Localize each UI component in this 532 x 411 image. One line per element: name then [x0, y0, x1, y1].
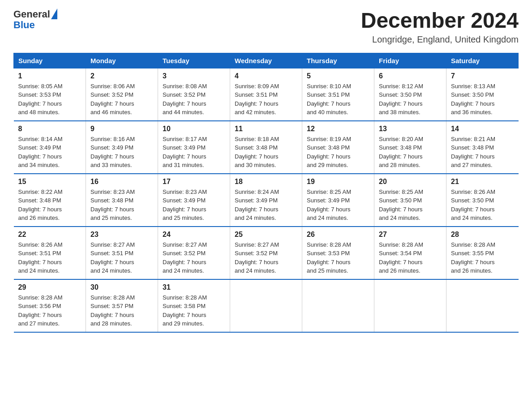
- day-number: 8: [18, 125, 82, 133]
- weekday-header-row: SundayMondayTuesdayWednesdayThursdayFrid…: [14, 53, 519, 68]
- calendar-cell: [374, 279, 446, 332]
- day-info: Sunrise: 8:18 AMSunset: 3:48 PMDaylight:…: [235, 135, 297, 170]
- calendar-cell: 26Sunrise: 8:28 AMSunset: 3:53 PMDayligh…: [302, 227, 374, 279]
- day-info: Sunrise: 8:26 AMSunset: 3:50 PMDaylight:…: [451, 188, 514, 223]
- calendar-week-row: 8Sunrise: 8:14 AMSunset: 3:49 PMDaylight…: [14, 121, 519, 174]
- day-number: 17: [163, 178, 225, 186]
- day-info: Sunrise: 8:26 AMSunset: 3:51 PMDaylight:…: [18, 240, 82, 275]
- calendar-cell: 3Sunrise: 8:08 AMSunset: 3:52 PMDaylight…: [158, 68, 230, 121]
- calendar-week-row: 29Sunrise: 8:28 AMSunset: 3:56 PMDayligh…: [14, 279, 519, 332]
- day-info: Sunrise: 8:27 AMSunset: 3:52 PMDaylight:…: [235, 240, 297, 275]
- calendar-cell: 14Sunrise: 8:21 AMSunset: 3:48 PMDayligh…: [446, 121, 519, 174]
- day-info: Sunrise: 8:28 AMSunset: 3:53 PMDaylight:…: [307, 240, 369, 275]
- calendar-cell: 20Sunrise: 8:25 AMSunset: 3:50 PMDayligh…: [374, 174, 446, 227]
- weekday-header-wednesday: Wednesday: [230, 53, 302, 68]
- day-number: 14: [451, 125, 514, 133]
- day-info: Sunrise: 8:12 AMSunset: 3:50 PMDaylight:…: [379, 82, 442, 117]
- day-number: 27: [379, 231, 442, 239]
- calendar-cell: 30Sunrise: 8:28 AMSunset: 3:57 PMDayligh…: [86, 279, 158, 332]
- day-info: Sunrise: 8:28 AMSunset: 3:55 PMDaylight:…: [451, 240, 514, 275]
- calendar-cell: 19Sunrise: 8:25 AMSunset: 3:49 PMDayligh…: [302, 174, 374, 227]
- day-number: 29: [18, 283, 82, 291]
- calendar-cell: 8Sunrise: 8:14 AMSunset: 3:49 PMDaylight…: [14, 121, 86, 174]
- day-number: 12: [307, 125, 369, 133]
- weekday-header-tuesday: Tuesday: [158, 53, 230, 68]
- day-info: Sunrise: 8:25 AMSunset: 3:50 PMDaylight:…: [379, 188, 442, 223]
- calendar-cell: 22Sunrise: 8:26 AMSunset: 3:51 PMDayligh…: [14, 227, 86, 279]
- calendar-cell: 17Sunrise: 8:23 AMSunset: 3:49 PMDayligh…: [158, 174, 230, 227]
- weekday-header-thursday: Thursday: [302, 53, 374, 68]
- day-info: Sunrise: 8:13 AMSunset: 3:50 PMDaylight:…: [451, 82, 514, 117]
- day-info: Sunrise: 8:08 AMSunset: 3:52 PMDaylight:…: [163, 82, 225, 117]
- day-number: 30: [90, 283, 153, 291]
- calendar-week-row: 22Sunrise: 8:26 AMSunset: 3:51 PMDayligh…: [14, 227, 519, 279]
- day-info: Sunrise: 8:23 AMSunset: 3:49 PMDaylight:…: [163, 188, 225, 223]
- day-info: Sunrise: 8:16 AMSunset: 3:49 PMDaylight:…: [90, 135, 153, 170]
- calendar-cell: 31Sunrise: 8:28 AMSunset: 3:58 PMDayligh…: [158, 279, 230, 332]
- day-number: 25: [235, 231, 297, 239]
- day-number: 2: [90, 72, 153, 80]
- day-info: Sunrise: 8:23 AMSunset: 3:48 PMDaylight:…: [90, 188, 153, 223]
- day-number: 23: [90, 231, 153, 239]
- day-info: Sunrise: 8:27 AMSunset: 3:51 PMDaylight:…: [90, 240, 153, 275]
- day-info: Sunrise: 8:25 AMSunset: 3:49 PMDaylight:…: [307, 188, 369, 223]
- day-number: 11: [235, 125, 297, 133]
- day-info: Sunrise: 8:17 AMSunset: 3:49 PMDaylight:…: [163, 135, 225, 170]
- logo-text-block: General Blue: [13, 9, 57, 30]
- day-number: 16: [90, 178, 153, 186]
- day-number: 20: [379, 178, 442, 186]
- calendar-cell: 7Sunrise: 8:13 AMSunset: 3:50 PMDaylight…: [446, 68, 519, 121]
- weekday-header-sunday: Sunday: [14, 53, 86, 68]
- weekday-header-monday: Monday: [86, 53, 158, 68]
- calendar-cell: 10Sunrise: 8:17 AMSunset: 3:49 PMDayligh…: [158, 121, 230, 174]
- calendar-cell: 1Sunrise: 8:05 AMSunset: 3:53 PMDaylight…: [14, 68, 86, 121]
- weekday-header-friday: Friday: [374, 53, 446, 68]
- logo-general-text: General: [13, 9, 50, 20]
- calendar-cell: 6Sunrise: 8:12 AMSunset: 3:50 PMDaylight…: [374, 68, 446, 121]
- calendar-cell: 5Sunrise: 8:10 AMSunset: 3:51 PMDaylight…: [302, 68, 374, 121]
- day-number: 10: [163, 125, 225, 133]
- day-info: Sunrise: 8:09 AMSunset: 3:51 PMDaylight:…: [235, 82, 297, 117]
- day-info: Sunrise: 8:05 AMSunset: 3:53 PMDaylight:…: [18, 82, 82, 117]
- day-info: Sunrise: 8:21 AMSunset: 3:48 PMDaylight:…: [451, 135, 514, 170]
- day-number: 26: [307, 231, 369, 239]
- day-number: 15: [18, 178, 82, 186]
- calendar-cell: 28Sunrise: 8:28 AMSunset: 3:55 PMDayligh…: [446, 227, 519, 279]
- calendar-cell: 18Sunrise: 8:24 AMSunset: 3:49 PMDayligh…: [230, 174, 302, 227]
- calendar-subtitle: Longridge, England, United Kingdom: [361, 34, 519, 45]
- day-number: 13: [379, 125, 442, 133]
- day-number: 4: [235, 72, 297, 80]
- calendar-title: December 2024: [361, 9, 519, 33]
- logo-blue-text: Blue: [13, 20, 57, 30]
- calendar-cell: 27Sunrise: 8:28 AMSunset: 3:54 PMDayligh…: [374, 227, 446, 279]
- day-info: Sunrise: 8:24 AMSunset: 3:49 PMDaylight:…: [235, 188, 297, 223]
- day-info: Sunrise: 8:28 AMSunset: 3:58 PMDaylight:…: [163, 293, 225, 328]
- calendar-cell: 29Sunrise: 8:28 AMSunset: 3:56 PMDayligh…: [14, 279, 86, 332]
- calendar-cell: 23Sunrise: 8:27 AMSunset: 3:51 PMDayligh…: [86, 227, 158, 279]
- logo: General Blue: [13, 9, 57, 30]
- day-number: 31: [163, 283, 225, 291]
- day-number: 28: [451, 231, 514, 239]
- calendar-cell: 21Sunrise: 8:26 AMSunset: 3:50 PMDayligh…: [446, 174, 519, 227]
- day-info: Sunrise: 8:14 AMSunset: 3:49 PMDaylight:…: [18, 135, 82, 170]
- day-number: 3: [163, 72, 225, 80]
- day-info: Sunrise: 8:06 AMSunset: 3:52 PMDaylight:…: [90, 82, 153, 117]
- calendar-cell: 9Sunrise: 8:16 AMSunset: 3:49 PMDaylight…: [86, 121, 158, 174]
- day-info: Sunrise: 8:27 AMSunset: 3:52 PMDaylight:…: [163, 240, 225, 275]
- day-number: 19: [307, 178, 369, 186]
- calendar-cell: 15Sunrise: 8:22 AMSunset: 3:48 PMDayligh…: [14, 174, 86, 227]
- calendar-cell: 13Sunrise: 8:20 AMSunset: 3:48 PMDayligh…: [374, 121, 446, 174]
- calendar-cell: 2Sunrise: 8:06 AMSunset: 3:52 PMDaylight…: [86, 68, 158, 121]
- calendar-week-row: 1Sunrise: 8:05 AMSunset: 3:53 PMDaylight…: [14, 68, 519, 121]
- day-number: 24: [163, 231, 225, 239]
- calendar-cell: [302, 279, 374, 332]
- calendar-cell: 4Sunrise: 8:09 AMSunset: 3:51 PMDaylight…: [230, 68, 302, 121]
- calendar-cell: [230, 279, 302, 332]
- day-number: 21: [451, 178, 514, 186]
- day-info: Sunrise: 8:20 AMSunset: 3:48 PMDaylight:…: [379, 135, 442, 170]
- day-info: Sunrise: 8:28 AMSunset: 3:54 PMDaylight:…: [379, 240, 442, 275]
- calendar-cell: 11Sunrise: 8:18 AMSunset: 3:48 PMDayligh…: [230, 121, 302, 174]
- day-info: Sunrise: 8:10 AMSunset: 3:51 PMDaylight:…: [307, 82, 369, 117]
- day-number: 5: [307, 72, 369, 80]
- logo-triangle-icon: [51, 9, 57, 19]
